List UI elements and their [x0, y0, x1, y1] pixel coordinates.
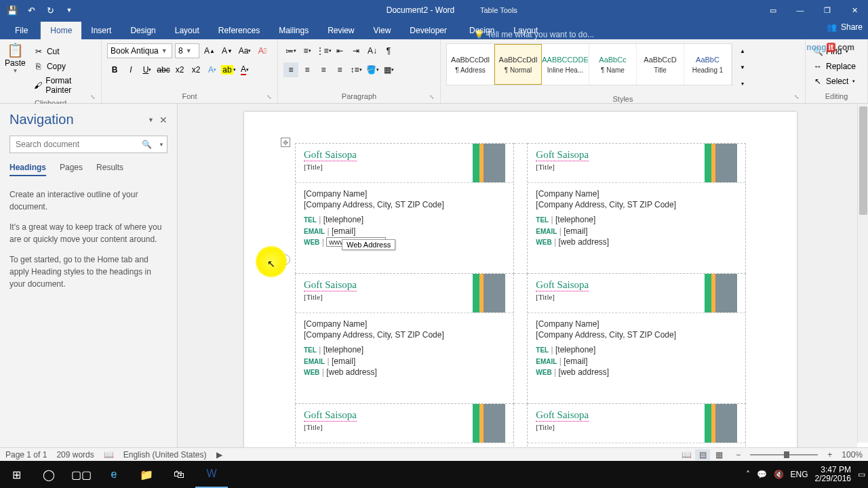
nav-tab-results[interactable]: Results	[96, 163, 123, 176]
cut-button[interactable]: ✂Cut	[31, 45, 97, 58]
tray-up-icon[interactable]: ˄	[746, 470, 750, 479]
card-cell[interactable]: Goft Saisopa [Title] [Company Name] [Com…	[528, 404, 746, 448]
bullets-button[interactable]: ≔▾	[283, 43, 298, 58]
style-item[interactable]: AaBbCc¶ Name	[589, 44, 637, 85]
close-icon[interactable]: ✕	[841, 0, 868, 20]
tab-table-layout[interactable]: Layout	[504, 22, 547, 39]
nav-search-box[interactable]: 🔍 ▼	[9, 136, 167, 153]
line-spacing-button[interactable]: ↕≡▾	[349, 62, 363, 77]
shrink-font-button[interactable]: A▼	[220, 43, 235, 58]
start-button[interactable]: ⊞	[0, 461, 33, 488]
save-icon[interactable]: 💾	[4, 2, 20, 18]
proofing-icon[interactable]: 📖	[104, 450, 114, 460]
zoom-out-button[interactable]: −	[736, 450, 741, 460]
nav-search-input[interactable]	[10, 140, 138, 149]
card-cell[interactable]: Goft Saisopa [Title] [Company Name] [Com…	[296, 274, 514, 404]
styles-gallery[interactable]: AaBbCcDdl¶ AddressAaBbCcDdl¶ NormalAABBC…	[446, 43, 732, 85]
document-area[interactable]: Goft Saisopa [Title] [Company Name] [Com…	[178, 104, 857, 447]
show-marks-button[interactable]: ¶	[381, 43, 396, 58]
edge-icon[interactable]: e	[98, 461, 130, 488]
scrollbar-thumb[interactable]	[859, 106, 867, 215]
clipboard-launcher[interactable]: ⤡	[90, 94, 98, 102]
tab-design[interactable]: Design	[121, 22, 165, 39]
notification-icon[interactable]: ▭	[858, 470, 865, 479]
text-effects-button[interactable]: A▾	[205, 62, 220, 77]
tab-references[interactable]: References	[209, 22, 269, 39]
italic-button[interactable]: I	[123, 62, 138, 77]
change-case-button[interactable]: Aa▾	[237, 43, 252, 58]
select-button[interactable]: ↖Select▾	[810, 75, 859, 88]
align-center-button[interactable]: ≡	[300, 62, 315, 77]
styles-expand[interactable]: ▾	[735, 76, 750, 91]
paragraph-launcher[interactable]: ⤡	[429, 94, 437, 102]
maximize-icon[interactable]: ❐	[814, 0, 841, 20]
sort-button[interactable]: A↓	[365, 43, 380, 58]
nav-dropdown-icon[interactable]: ▼	[148, 117, 154, 123]
search-icon[interactable]: 🔍	[138, 140, 156, 149]
tab-developer[interactable]: Developer	[400, 22, 456, 39]
tab-insert[interactable]: Insert	[81, 22, 121, 39]
tab-view[interactable]: View	[364, 22, 401, 39]
tab-home[interactable]: Home	[41, 22, 81, 39]
align-left-button[interactable]: ≡	[283, 62, 298, 77]
superscript-button[interactable]: x2	[189, 62, 203, 77]
business-card-table[interactable]: Goft Saisopa [Title] [Company Name] [Com…	[295, 143, 746, 447]
paste-button[interactable]: 📋 Paste ▼	[3, 43, 28, 75]
read-mode-icon[interactable]: 📖	[679, 449, 694, 460]
status-page[interactable]: Page 1 of 1	[5, 450, 47, 460]
decrease-indent-button[interactable]: ⇤	[332, 43, 347, 58]
styles-scroll-down[interactable]: ▼	[735, 60, 750, 75]
styles-launcher[interactable]: ⤡	[794, 94, 802, 102]
underline-button[interactable]: U▾	[140, 62, 155, 77]
search-dropdown-icon[interactable]: ▼	[156, 142, 167, 148]
card-cell[interactable]: Goft Saisopa [Title] [Company Name] [Com…	[528, 144, 746, 274]
multilevel-list-button[interactable]: ⋮≡▾	[316, 43, 331, 58]
justify-button[interactable]: ≡	[332, 62, 347, 77]
tab-review[interactable]: Review	[318, 22, 363, 39]
status-language[interactable]: English (United States)	[123, 450, 207, 460]
status-words[interactable]: 209 words	[56, 450, 94, 460]
clear-formatting-button[interactable]: A⃠	[255, 43, 270, 58]
grow-font-button[interactable]: A▲	[202, 43, 217, 58]
strikethrough-button[interactable]: abc	[156, 62, 171, 77]
style-item[interactable]: AaBbCcDdl¶ Normal	[494, 44, 542, 85]
style-item[interactable]: AaBbCcDdl¶ Address	[447, 44, 494, 85]
store-icon[interactable]: 🛍	[163, 461, 195, 488]
styles-scroll-up[interactable]: ▲	[735, 43, 750, 58]
cortana-icon[interactable]: ◯	[33, 461, 65, 488]
style-item[interactable]: AABBCCDDEInline Hea...	[542, 44, 589, 85]
action-center-icon[interactable]: 💬	[757, 470, 767, 479]
nav-close-icon[interactable]: ✕	[159, 115, 167, 125]
network-icon[interactable]: 🔇	[774, 470, 784, 479]
qat-customize-icon[interactable]: ▼	[61, 2, 77, 18]
font-name-combo[interactable]: Book Antiqua▼	[107, 43, 172, 58]
vertical-scrollbar[interactable]	[857, 104, 868, 443]
increase-indent-button[interactable]: ⇥	[349, 43, 363, 58]
font-launcher[interactable]: ⤡	[267, 94, 275, 102]
bold-button[interactable]: B	[107, 62, 122, 77]
style-item[interactable]: AaBbCHeading 1	[684, 44, 732, 85]
file-tab[interactable]: File	[3, 22, 41, 39]
format-painter-button[interactable]: 🖌Format Painter	[31, 75, 97, 96]
file-explorer-icon[interactable]: 📁	[130, 461, 163, 488]
font-color-button[interactable]: A▾	[237, 62, 252, 77]
web-layout-icon[interactable]: ▦	[711, 449, 726, 460]
card-cell[interactable]: Goft Saisopa [Title] [Company Name] [Com…	[528, 274, 746, 404]
undo-icon[interactable]: ↶	[23, 2, 39, 18]
align-right-button[interactable]: ≡	[316, 62, 331, 77]
task-view-icon[interactable]: ▢▢	[65, 461, 98, 488]
card-cell[interactable]: Goft Saisopa [Title] [Company Name] [Com…	[296, 144, 514, 274]
clock[interactable]: 3:47 PM 2/29/2016	[815, 466, 851, 483]
nav-tab-headings[interactable]: Headings	[9, 163, 46, 176]
font-size-combo[interactable]: 8▼	[175, 43, 199, 58]
highlight-button[interactable]: ab▾	[221, 62, 236, 77]
row-insert-handle[interactable]: +	[279, 254, 290, 265]
word-taskbar-icon[interactable]: W	[195, 461, 228, 488]
ribbon-options-icon[interactable]: ▭	[760, 0, 787, 20]
zoom-in-button[interactable]: +	[827, 450, 832, 460]
tab-table-design[interactable]: Design	[460, 22, 504, 39]
redo-icon[interactable]: ↻	[42, 2, 58, 18]
borders-button[interactable]: ▦▾	[381, 62, 396, 77]
card-cell[interactable]: Goft Saisopa [Title] [Company Name] [Com…	[296, 404, 514, 448]
minimize-icon[interactable]: —	[787, 0, 814, 20]
